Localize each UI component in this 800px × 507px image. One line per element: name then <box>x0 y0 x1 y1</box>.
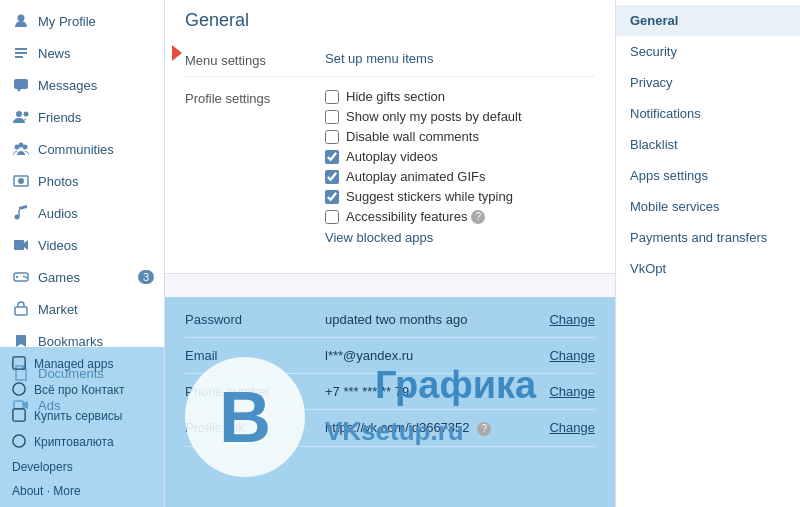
right-panel-label: VkOpt <box>630 261 666 276</box>
sidebar-item-label: Friends <box>38 110 81 125</box>
accessibility-label: Accessibility features <box>346 209 467 224</box>
sidebar-item-news[interactable]: News <box>0 37 164 69</box>
svg-rect-20 <box>15 307 27 315</box>
overlay-action-email[interactable]: Change <box>549 348 595 363</box>
svg-point-9 <box>19 143 24 148</box>
svg-rect-22 <box>13 357 25 369</box>
accessibility-checkbox[interactable] <box>325 210 339 224</box>
games-icon <box>12 268 30 286</box>
right-panel-item-blacklist[interactable]: Blacklist <box>616 129 800 160</box>
autoplay-gifs-checkbox[interactable] <box>325 170 339 184</box>
svg-point-23 <box>13 383 25 395</box>
right-panel-item-notifications[interactable]: Notifications <box>616 98 800 129</box>
sidebar-item-label: Videos <box>38 238 78 253</box>
right-panel-label: Notifications <box>630 106 701 121</box>
svg-rect-14 <box>14 240 24 250</box>
profile-link-help-icon[interactable]: ? <box>477 422 491 436</box>
sidebar-item-label: My Profile <box>38 14 96 29</box>
page-title: General <box>185 10 595 31</box>
sidebar-item-photos[interactable]: Photos <box>0 165 164 197</box>
overlay-item-label: Купить сервисы <box>34 409 122 423</box>
sidebar-item-label: Communities <box>38 142 114 157</box>
checkbox-show-posts: Show only my posts by default <box>325 109 595 124</box>
autoplay-gifs-label: Autoplay animated GIFs <box>346 169 485 184</box>
svg-rect-1 <box>15 48 27 50</box>
right-panel-item-mobile-services[interactable]: Mobile services <box>616 191 800 222</box>
profile-settings-checkboxes: Hide gifts section Show only my posts by… <box>325 89 595 245</box>
sidebar-item-my-profile[interactable]: My Profile <box>0 5 164 37</box>
overlay-action-phone[interactable]: Change <box>549 384 595 399</box>
right-panel-label: Privacy <box>630 75 673 90</box>
profile-settings-label: Profile settings <box>185 89 325 106</box>
sidebar-item-market[interactable]: Market <box>0 293 164 325</box>
autoplay-videos-checkbox[interactable] <box>325 150 339 164</box>
profile-settings-section: Profile settings Hide gifts section Show… <box>185 81 595 253</box>
show-posts-label: Show only my posts by default <box>346 109 522 124</box>
menu-settings-section: Menu settings Set up menu items <box>185 43 595 77</box>
right-panel-label: Payments and transfers <box>630 230 767 245</box>
setup-menu-link[interactable]: Set up menu items <box>325 51 433 66</box>
disable-wall-checkbox[interactable] <box>325 130 339 144</box>
right-panel-item-privacy[interactable]: Privacy <box>616 67 800 98</box>
sidebar-item-label: Audios <box>38 206 78 221</box>
crypto-icon <box>12 434 28 450</box>
overlay-row-password: Password updated two months ago Change <box>185 302 595 338</box>
hide-gifts-checkbox[interactable] <box>325 90 339 104</box>
svg-point-5 <box>16 111 22 117</box>
suggest-stickers-checkbox[interactable] <box>325 190 339 204</box>
sidebar-item-label: Market <box>38 302 78 317</box>
sidebar-item-games[interactable]: Games 3 <box>0 261 164 293</box>
checkbox-suggest-stickers: Suggest stickers while typing <box>325 189 595 204</box>
sidebar-overlay-vk[interactable]: Всё про Контакт <box>0 377 164 403</box>
sidebar-item-audios[interactable]: Audios <box>0 197 164 229</box>
sidebar-overlay-crypto[interactable]: Криптовалюта <box>0 429 164 455</box>
hide-gifts-label: Hide gifts section <box>346 89 445 104</box>
sidebar-item-messages[interactable]: Messages <box>0 69 164 101</box>
right-panel-label: Security <box>630 44 677 59</box>
svg-point-0 <box>18 15 25 22</box>
right-panel-item-vkopt[interactable]: VkOpt <box>616 253 800 284</box>
checkbox-disable-wall: Disable wall comments <box>325 129 595 144</box>
main-content: General Menu settings Set up menu items … <box>165 0 615 507</box>
sidebar-overlay-buy[interactable]: Купить сервисы <box>0 403 164 429</box>
overlay-item-label: Всё про Контакт <box>34 383 124 397</box>
content-top: General Menu settings Set up menu items … <box>165 0 615 274</box>
show-posts-checkbox[interactable] <box>325 110 339 124</box>
vk-watermark: B <box>185 357 305 477</box>
svg-point-19 <box>25 277 27 279</box>
sidebar-overlay-about[interactable]: About · More <box>0 479 164 503</box>
sidebar-overlay: Managed apps Всё про Контакт Купить серв… <box>0 347 164 507</box>
sidebar-item-communities[interactable]: Communities <box>0 133 164 165</box>
disable-wall-label: Disable wall comments <box>346 129 479 144</box>
person-icon <box>12 12 30 30</box>
sidebar-item-videos[interactable]: Videos <box>0 229 164 261</box>
right-panel-label: Blacklist <box>630 137 678 152</box>
sidebar-item-friends[interactable]: Friends <box>0 101 164 133</box>
right-panel-item-payments[interactable]: Payments and transfers <box>616 222 800 253</box>
svg-rect-4 <box>14 79 28 89</box>
right-panel-item-apps-settings[interactable]: Apps settings <box>616 160 800 191</box>
right-panel-item-security[interactable]: Security <box>616 36 800 67</box>
right-panel-label: Mobile services <box>630 199 720 214</box>
overlay-value-password: updated two months ago <box>325 312 549 327</box>
right-panel-item-general[interactable]: General <box>616 5 800 36</box>
overlay-label-password: Password <box>185 312 325 327</box>
overlay-value-email: l***@yandex.ru <box>325 348 549 363</box>
menu-settings-label: Menu settings <box>185 51 325 68</box>
svg-point-18 <box>23 276 25 278</box>
vksetup-text: VKsetup.ru <box>325 416 464 447</box>
market-icon <box>12 300 30 318</box>
sidebar-item-label: News <box>38 46 71 61</box>
overlay-action-profile-link[interactable]: Change <box>549 420 595 435</box>
vk-watermark-letter: B <box>219 376 271 458</box>
checkbox-autoplay-gifs: Autoplay animated GIFs <box>325 169 595 184</box>
accessibility-help-icon[interactable]: ? <box>471 210 485 224</box>
right-panel-label: General <box>630 13 678 28</box>
view-blocked-link[interactable]: View blocked apps <box>325 230 595 245</box>
overlay-item-label: Developers <box>12 460 73 474</box>
overlay-action-password[interactable]: Change <box>549 312 595 327</box>
svg-rect-24 <box>13 409 25 421</box>
sidebar-overlay-managed-apps[interactable]: Managed apps <box>0 351 164 377</box>
sidebar-overlay-developers[interactable]: Developers <box>0 455 164 479</box>
managed-apps-icon <box>12 356 28 372</box>
